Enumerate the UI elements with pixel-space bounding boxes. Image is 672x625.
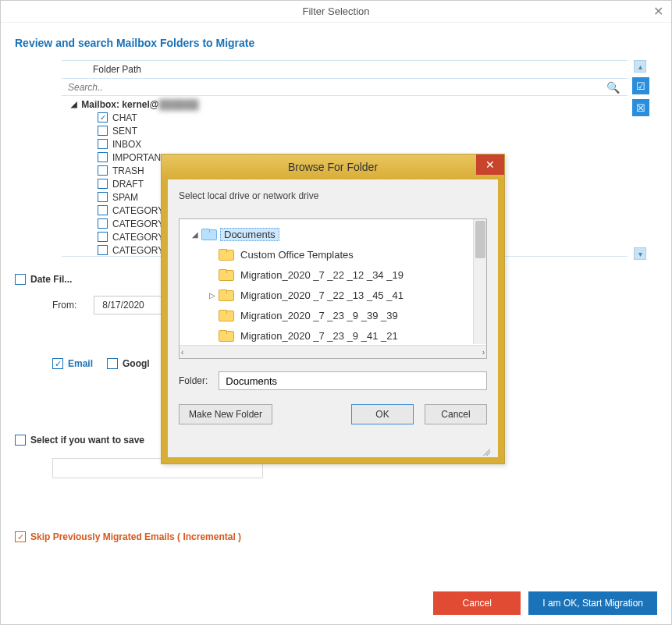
drive-tree-item[interactable]: Custom Office Templates xyxy=(190,244,485,265)
save-option-checkbox[interactable] xyxy=(15,435,26,446)
resize-grip-icon[interactable] xyxy=(481,446,490,456)
drive-tree-item[interactable]: ▷Migration_2020 _7 _22 _13 _45 _41 xyxy=(190,285,485,305)
folder-row[interactable]: ✓CHAT xyxy=(82,111,628,124)
dialog-cancel-button[interactable]: Cancel xyxy=(425,404,487,424)
search-icon[interactable]: 🔍 xyxy=(602,81,624,94)
drive-tree-item[interactable]: Migration_2020 _7 _23 _9 _39 _39 xyxy=(190,305,485,325)
folder-checkbox[interactable] xyxy=(98,218,108,229)
hscroll-left-icon[interactable]: ‹ xyxy=(181,348,183,357)
folder-label: CHAT xyxy=(112,112,137,123)
folder-label: SPAM xyxy=(112,192,138,203)
folder-icon xyxy=(219,310,233,321)
drive-tree-inner[interactable]: ◢ Documents Custom Office TemplatesMigra… xyxy=(180,219,486,345)
folder-row[interactable]: SENT xyxy=(82,124,628,137)
drive-tree-item-label: Migration_2020 _7 _22 _13 _45 _41 xyxy=(237,289,407,301)
start-migration-button[interactable]: I am OK, Start Migration xyxy=(528,591,657,615)
select-all-button[interactable]: ☑ xyxy=(632,77,649,94)
drive-tree-vscroll[interactable] xyxy=(473,219,486,344)
window-close-icon[interactable]: ✕ xyxy=(653,4,663,19)
drive-tree-item-label: Migration_2020 _7 _22 _12 _34 _19 xyxy=(237,269,407,281)
collapse-icon[interactable]: ◢ xyxy=(190,230,200,239)
drive-tree-item[interactable]: Migration_2020 _7 _23 _9 _41 _21 xyxy=(190,325,485,345)
skip-checkbox[interactable]: ✓ xyxy=(15,531,26,542)
mailbox-root-row[interactable]: ◢ Mailbox: kernel@██████ xyxy=(69,98,628,111)
folder-label: TRASH xyxy=(112,165,144,176)
google-checkbox[interactable] xyxy=(107,358,118,369)
drive-tree-root[interactable]: ◢ Documents xyxy=(190,224,485,244)
folder-checkbox[interactable] xyxy=(98,192,108,202)
date-from-input[interactable]: 8/17/2020 xyxy=(94,296,164,314)
email-checkbox[interactable]: ✓ xyxy=(52,358,63,369)
email-label: Email xyxy=(68,358,93,369)
drive-tree-item-label: Migration_2020 _7 _23 _9 _39 _39 xyxy=(237,310,401,321)
dialog-buttons: Make New Folder OK Cancel xyxy=(179,404,487,424)
folder-tree-header[interactable]: Folder Path xyxy=(62,61,628,79)
folder-checkbox[interactable] xyxy=(98,126,108,136)
scroll-down-icon[interactable]: ▾ xyxy=(634,247,646,260)
google-label: Googl xyxy=(123,358,150,369)
date-filter-label: Date Fil... xyxy=(30,274,72,285)
folder-label: DRAFT xyxy=(112,179,144,190)
folder-field-row: Folder: xyxy=(179,371,487,390)
folder-icon xyxy=(219,249,233,261)
tree-side-controls: ▴ ☑ ☒ ▾ xyxy=(632,60,651,116)
footer-buttons: Cancel I am OK, Start Migration xyxy=(15,568,657,615)
folder-checkbox[interactable] xyxy=(98,245,108,255)
browse-folder-dialog: Browse For Folder ✕ Select local drive o… xyxy=(161,154,505,464)
folder-search-input[interactable] xyxy=(65,80,602,94)
folder-icon xyxy=(219,289,233,301)
folder-label: INBOX xyxy=(112,139,141,150)
folder-checkbox[interactable]: ✓ xyxy=(98,112,108,123)
drive-tree-item-label: Custom Office Templates xyxy=(237,249,357,261)
dialog-hint: Select local drive or network drive xyxy=(179,190,487,201)
folder-checkbox[interactable] xyxy=(98,179,108,189)
deselect-all-button[interactable]: ☒ xyxy=(632,99,649,116)
hscroll-right-icon[interactable]: › xyxy=(482,348,485,357)
folder-label: IMPORTANT xyxy=(112,152,167,163)
dialog-body: Select local drive or network drive ◢ Do… xyxy=(162,179,504,463)
expand-icon[interactable]: ▷ xyxy=(208,291,217,300)
page-title: Review and search Mailbox Folders to Mig… xyxy=(15,37,657,49)
save-option-label: Select if you want to save xyxy=(30,435,144,446)
folder-checkbox[interactable] xyxy=(98,152,108,162)
folder-icon xyxy=(219,330,233,342)
dialog-ok-button[interactable]: OK xyxy=(351,404,414,424)
folder-label: SENT xyxy=(112,126,137,137)
dialog-title: Browse For Folder xyxy=(288,161,378,173)
scroll-up-icon[interactable]: ▴ xyxy=(634,60,646,73)
folder-row[interactable]: INBOX xyxy=(82,137,628,151)
drive-tree-item-label: Migration_2020 _7 _23 _9 _41 _21 xyxy=(237,330,401,342)
folder-checkbox[interactable] xyxy=(98,205,108,215)
dialog-titlebar[interactable]: Browse For Folder ✕ xyxy=(162,154,504,179)
folder-checkbox[interactable] xyxy=(98,165,108,176)
folder-checkbox[interactable] xyxy=(98,232,108,242)
cancel-button[interactable]: Cancel xyxy=(433,591,521,615)
folder-field-label: Folder: xyxy=(179,375,208,386)
documents-folder-icon xyxy=(201,229,215,240)
drive-tree-root-label: Documents xyxy=(220,228,279,241)
folder-search-row: 🔍 xyxy=(62,79,628,96)
skip-row: ✓ Skip Previously Migrated Emails ( Incr… xyxy=(15,531,657,542)
date-filter-checkbox[interactable] xyxy=(15,274,26,285)
drive-tree-item[interactable]: Migration_2020 _7 _22 _12 _34 _19 xyxy=(190,265,485,285)
collapse-icon[interactable]: ◢ xyxy=(69,100,79,108)
drive-tree-hscroll[interactable]: ‹ › xyxy=(180,345,486,358)
window-title: Filter Selection xyxy=(303,5,370,17)
folder-checkbox[interactable] xyxy=(98,139,108,149)
folder-field-input[interactable] xyxy=(219,371,487,390)
date-from-label: From: xyxy=(52,300,76,311)
dialog-close-button[interactable]: ✕ xyxy=(476,154,504,175)
titlebar: Filter Selection ✕ xyxy=(1,1,671,23)
folder-icon xyxy=(219,269,233,281)
skip-label: Skip Previously Migrated Emails ( Increm… xyxy=(30,531,241,542)
drive-tree: ◢ Documents Custom Office TemplatesMigra… xyxy=(179,218,487,359)
make-new-folder-button[interactable]: Make New Folder xyxy=(179,404,272,424)
